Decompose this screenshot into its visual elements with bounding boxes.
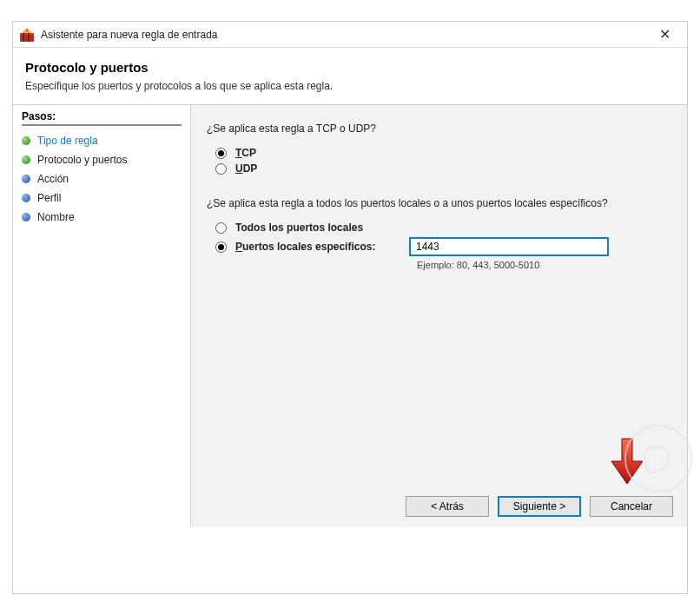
step-nombre[interactable]: Nombre xyxy=(22,208,182,227)
step-label: Tipo de regla xyxy=(37,135,98,147)
step-label: Acción xyxy=(37,173,69,185)
step-protocolo-y-puertos[interactable]: Protocolo y puertos xyxy=(22,150,182,169)
ports-radio-group: Todos los puertos locales Puertos locale… xyxy=(215,222,671,270)
radio-specific-ports-row[interactable]: Puertos locales específicos:Puertos loca… xyxy=(215,237,671,256)
svg-rect-3 xyxy=(28,33,30,42)
step-label: Nombre xyxy=(37,211,75,223)
dialog-window: Asistente para nueva regla de entrada ✕ … xyxy=(12,21,688,594)
window-title: Asistente para nueva regla de entrada xyxy=(41,29,647,41)
radio-specific-ports-label: Puertos locales específicos:Puertos loca… xyxy=(235,241,392,253)
protocol-question: ¿Se aplica esta regla a TCP o UDP? xyxy=(207,122,671,135)
cancel-button[interactable]: Cancelar xyxy=(590,496,673,517)
svg-rect-2 xyxy=(23,33,24,42)
page-title: Protocolo y puertos xyxy=(25,60,675,75)
step-perfil[interactable]: Perfil xyxy=(22,188,182,208)
footer: < Atrás Siguiente > Cancelar xyxy=(191,486,687,527)
titlebar: Asistente para nueva regla de entrada ✕ xyxy=(13,22,687,48)
protocol-radio-group: TTCPCP UUDPDP xyxy=(215,147,671,175)
page-subtitle: Especifique los puertos y protocolos a l… xyxy=(25,80,675,92)
close-icon[interactable]: ✕ xyxy=(647,26,682,43)
radio-udp-label: UUDPDP xyxy=(235,162,257,175)
port-input[interactable] xyxy=(409,237,609,256)
watermark-icon xyxy=(624,425,692,493)
radio-tcp[interactable] xyxy=(215,148,227,159)
step-tipo-de-regla[interactable]: Tipo de regla xyxy=(22,131,182,150)
step-label: Protocolo y puertos xyxy=(37,154,127,166)
body: Pasos: Tipo de regla Protocolo y puertos… xyxy=(13,105,687,527)
bullet-icon xyxy=(22,194,30,202)
next-button[interactable]: Siguiente > xyxy=(498,496,581,517)
ports-question: ¿Se aplica esta regla a todos los puerto… xyxy=(207,197,671,209)
step-accion[interactable]: Acción xyxy=(22,169,182,188)
step-label: Perfil xyxy=(37,192,61,204)
radio-specific-ports[interactable] xyxy=(215,241,227,253)
bullet-icon xyxy=(22,213,30,222)
svg-point-4 xyxy=(26,29,28,30)
bullet-icon xyxy=(22,175,30,183)
bullet-icon xyxy=(22,155,30,164)
radio-all-ports-label: Todos los puertos locales xyxy=(235,222,363,234)
port-example-text: Ejemplo: 80, 443, 5000-5010 xyxy=(417,260,671,270)
radio-udp[interactable] xyxy=(215,163,227,175)
bullet-icon xyxy=(22,136,30,145)
firewall-icon xyxy=(20,28,34,42)
svg-rect-1 xyxy=(20,33,34,35)
radio-tcp-label: TTCPCP xyxy=(235,147,256,159)
back-button[interactable]: < Atrás xyxy=(406,496,489,517)
radio-all-ports[interactable] xyxy=(215,222,227,234)
header: Protocolo y puertos Especifique los puer… xyxy=(13,48,687,97)
content-panel: ¿Se aplica esta regla a TCP o UDP? TTCPC… xyxy=(191,105,687,527)
radio-tcp-row[interactable]: TTCPCP xyxy=(215,147,671,159)
radio-udp-row[interactable]: UUDPDP xyxy=(215,162,671,175)
sidebar-title: Pasos: xyxy=(22,110,182,126)
radio-all-ports-row[interactable]: Todos los puertos locales xyxy=(215,222,671,234)
sidebar: Pasos: Tipo de regla Protocolo y puertos… xyxy=(13,105,191,527)
